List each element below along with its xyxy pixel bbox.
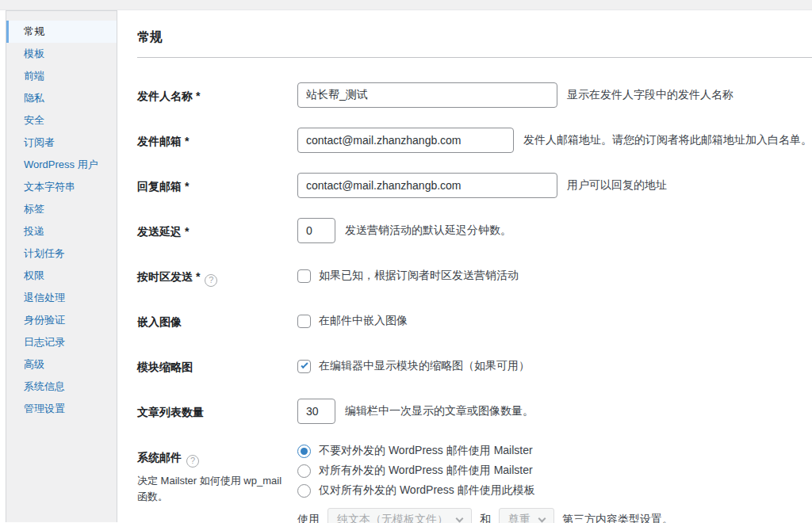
system-mail-option-none[interactable]: 不要对外发的 WordPress 邮件使用 Mailster [297,444,535,458]
top-strip [0,0,812,10]
from-name-label: 发件人名称 * [137,82,297,108]
sidebar-item-system-info[interactable]: 系统信息 [6,376,117,398]
timezone-send-checkbox[interactable] [297,269,311,283]
settings-layout: 常规 模板 前端 隐私 安全 订阅者 WordPress 用户 文本字符串 标签… [0,10,812,522]
module-thumbnails-checkbox-text[interactable]: 在编辑器中显示模块的缩略图（如果可用） [319,359,530,373]
reply-to-description: 用户可以回复的地址 [567,178,667,193]
row-from-name: 发件人名称 * 显示在发件人字段中的发件人名称 [137,82,812,108]
row-system-mail: 系统邮件? 决定 Mailster 如何使用 wp_mail 函数。 不要对外发… [137,444,812,523]
radio-icon[interactable] [297,464,311,478]
template-line-suffix: 第三方内容类型设置。 [562,513,673,523]
system-mail-label: 系统邮件? 决定 Mailster 如何使用 wp_mail 函数。 [137,444,297,523]
send-delay-description: 发送营销活动的默认延迟分钟数。 [345,223,511,238]
row-reply-to: 回复邮箱 * 用户可以回复的地址 [137,173,812,198]
timezone-send-checkbox-label[interactable]: 如果已知，根据订阅者时区发送营销活动 [297,269,519,283]
sidebar-item-text-strings[interactable]: 文本字符串 [6,176,117,198]
sidebar-item-privacy[interactable]: 隐私 [6,87,117,109]
sidebar-item-subscribers[interactable]: 订阅者 [6,132,117,154]
system-mail-option-template[interactable]: 仅对所有外发的 WordPress 邮件使用此模板 [297,483,535,498]
system-mail-sublabel: 决定 Mailster 如何使用 wp_mail 函数。 [137,473,297,505]
send-delay-input[interactable] [297,218,335,243]
from-name-input[interactable] [297,82,557,108]
sidebar-item-tags[interactable]: 标签 [6,198,117,220]
embed-images-checkbox-label[interactable]: 在邮件中嵌入图像 [297,314,408,328]
sidebar-item-advanced[interactable]: 高级 [6,353,117,376]
sidebar-item-authentication[interactable]: 身份验证 [6,309,117,331]
embed-images-checkbox[interactable] [297,315,311,328]
post-count-description: 编辑栏中一次显示的文章或图像数量。 [345,404,534,418]
content-type-select-value: 尊重 [508,513,530,523]
settings-main: 常规 发件人名称 * 显示在发件人字段中的发件人名称 发件邮箱 * 发件人邮箱地… [117,10,812,522]
content-type-select[interactable]: 尊重 [499,508,554,523]
sidebar-item-cron[interactable]: 计划任务 [6,242,117,265]
content-template-select-value: 纯文本（无模板文件） [337,513,448,523]
sidebar-item-manage-settings[interactable]: 管理设置 [6,398,117,420]
row-module-thumbnails: 模块缩略图 在编辑器中显示模块的缩略图（如果可用） [137,353,812,379]
send-delay-label: 发送延迟 * [137,218,297,243]
sidebar-item-security[interactable]: 安全 [6,109,117,132]
help-icon[interactable]: ? [205,274,217,287]
from-email-input[interactable] [297,128,514,153]
page-title: 常规 [137,29,812,58]
row-post-count: 文章列表数量 编辑栏中一次显示的文章或图像数量。 [137,399,812,424]
post-count-input[interactable] [297,399,335,424]
chevron-down-icon [538,515,546,523]
timezone-send-checkbox-text[interactable]: 如果已知，根据订阅者时区发送营销活动 [319,269,519,283]
reply-to-input[interactable] [297,173,557,198]
sidebar-item-bounce[interactable]: 退信处理 [6,287,117,309]
system-mail-template-line: 使用 纯文本（无模板文件） 和 尊重 第三方内容类型设置。 [297,508,673,523]
module-thumbnails-checkbox[interactable] [297,360,311,373]
sidebar-item-general[interactable]: 常规 [6,21,117,43]
general-settings-form: 发件人名称 * 显示在发件人字段中的发件人名称 发件邮箱 * 发件人邮箱地址。请… [137,82,812,523]
check-icon [301,361,308,368]
module-thumbnails-label: 模块缩略图 [137,353,297,379]
embed-images-checkbox-text[interactable]: 在邮件中嵌入图像 [319,314,408,328]
sidebar-item-delivery[interactable]: 投递 [6,220,117,242]
system-mail-option-all[interactable]: 对所有外发的 WordPress 邮件使用 Mailster [297,464,535,478]
from-name-description: 显示在发件人字段中的发件人名称 [567,88,733,102]
help-icon[interactable]: ? [186,455,199,468]
embed-images-label: 嵌入图像 [137,308,297,334]
system-mail-option-none-text[interactable]: 不要对外发的 WordPress 邮件使用 Mailster [319,444,533,458]
chevron-down-icon [456,515,464,523]
system-mail-option-all-text[interactable]: 对所有外发的 WordPress 邮件使用 Mailster [319,464,533,478]
template-line-prefix: 使用 [297,513,320,523]
sidebar-item-wordpress-users[interactable]: WordPress 用户 [6,154,117,176]
row-send-delay: 发送延迟 * 发送营销活动的默认延迟分钟数。 [137,218,812,243]
from-email-label: 发件邮箱 * [137,128,297,153]
settings-sidebar: 常规 模板 前端 隐私 安全 订阅者 WordPress 用户 文本字符串 标签… [6,10,117,522]
radio-icon[interactable] [297,445,311,458]
radio-icon[interactable] [297,484,311,498]
row-timezone-send: 按时区发送 *? 如果已知，根据订阅者时区发送营销活动 [137,263,812,288]
module-thumbnails-checkbox-label[interactable]: 在编辑器中显示模块的缩略图（如果可用） [297,359,530,373]
sidebar-item-capabilities[interactable]: 权限 [6,265,117,287]
post-count-label: 文章列表数量 [137,399,297,424]
sidebar-item-templates[interactable]: 模板 [6,43,117,65]
content-template-select[interactable]: 纯文本（无模板文件） [327,508,472,523]
sidebar-item-frontend[interactable]: 前端 [6,65,117,87]
row-from-email: 发件邮箱 * 发件人邮箱地址。请您的订阅者将此邮箱地址加入白名单。 [137,128,812,153]
row-embed-images: 嵌入图像 在邮件中嵌入图像 [137,308,812,334]
timezone-send-label: 按时区发送 *? [137,263,297,288]
from-email-description: 发件人邮箱地址。请您的订阅者将此邮箱地址加入白名单。 [523,133,812,147]
system-mail-option-template-text[interactable]: 仅对所有外发的 WordPress 邮件使用此模板 [319,483,535,498]
template-line-middle: 和 [480,513,491,523]
reply-to-label: 回复邮箱 * [137,173,297,198]
system-mail-radio-group: 不要对外发的 WordPress 邮件使用 Mailster 对所有外发的 Wo… [297,444,535,498]
sidebar-item-logging[interactable]: 日志记录 [6,331,117,353]
